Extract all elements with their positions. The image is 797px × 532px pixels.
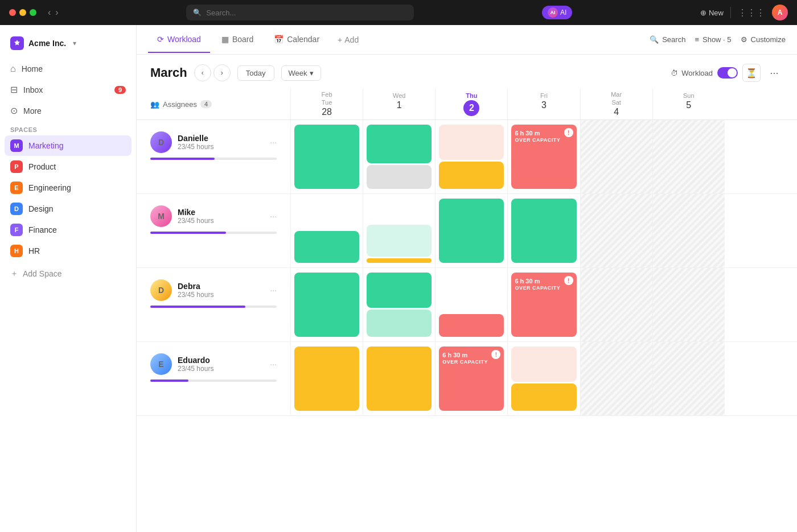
new-button[interactable]: ⊕ New bbox=[700, 9, 724, 17]
danielle-cell-5 bbox=[652, 120, 725, 193]
engineering-dot: E bbox=[10, 182, 23, 194]
hr-dot: H bbox=[10, 245, 23, 257]
tab-calendar[interactable]: 📅 Calendar bbox=[265, 27, 328, 53]
design-dot: D bbox=[10, 203, 23, 215]
workload-toggle[interactable] bbox=[717, 67, 738, 79]
cal-daynum-5: 5 bbox=[653, 100, 725, 110]
danielle-progress-fill bbox=[150, 158, 215, 160]
back-icon[interactable]: ‹ bbox=[48, 7, 51, 18]
danielle-cell-1[interactable] bbox=[363, 120, 435, 193]
person-header-eduardo: E Eduardo 23/45 hours ··· bbox=[150, 353, 277, 375]
assignees-label: Assignees bbox=[163, 100, 197, 109]
mike-progress-fill bbox=[150, 232, 226, 234]
mike-cell-4 bbox=[580, 194, 652, 267]
sidebar-item-inbox-label: Inbox bbox=[23, 85, 43, 94]
more-options-button[interactable]: ··· bbox=[765, 64, 783, 82]
ai-label: AI bbox=[560, 9, 566, 17]
eduardo-cell-0[interactable] bbox=[290, 342, 363, 415]
content-area: ⟳ Workload ▦ Board 📅 Calendar + Add 🔍 Se… bbox=[137, 25, 797, 532]
topbar-right: ⊕ New ⋮⋮⋮ A bbox=[700, 5, 788, 20]
workload-grid: 👥 Assignees 4 Feb Tue 28 Wed bbox=[137, 89, 797, 416]
customize-action[interactable]: ⚙ Customize bbox=[741, 35, 786, 44]
customize-icon: ⚙ bbox=[741, 35, 747, 44]
mike-cell-3[interactable] bbox=[507, 194, 580, 267]
danielle-cell-0[interactable] bbox=[290, 120, 363, 193]
sidebar-item-marketing[interactable]: M Marketing bbox=[5, 135, 132, 156]
close-dot[interactable] bbox=[9, 9, 16, 16]
danielle-hours: 23/45 hours bbox=[178, 143, 264, 151]
cal-col-3: Fri 3 bbox=[507, 89, 580, 119]
debra-menu[interactable]: ··· bbox=[270, 286, 277, 295]
sidebar-item-design[interactable]: D Design bbox=[5, 199, 132, 219]
debra-cell-0[interactable] bbox=[290, 268, 363, 341]
finance-dot: F bbox=[10, 224, 23, 236]
tab-board[interactable]: ▦ Board bbox=[212, 27, 262, 53]
window-controls bbox=[9, 9, 36, 16]
eduardo-cell-2[interactable]: 6 h 30 m OVER CAPACITY ! bbox=[435, 342, 507, 415]
ai-icon: AI bbox=[548, 7, 558, 18]
sidebar-item-inbox[interactable]: ⊟ Inbox 9 bbox=[5, 80, 132, 100]
mike-menu[interactable]: ··· bbox=[270, 212, 277, 221]
next-month-button[interactable]: › bbox=[213, 64, 231, 81]
mike-cell-2[interactable] bbox=[435, 194, 507, 267]
today-button[interactable]: Today bbox=[237, 65, 274, 81]
eduardo-menu[interactable]: ··· bbox=[270, 360, 277, 369]
grid-icon[interactable]: ⋮⋮⋮ bbox=[738, 7, 765, 18]
forward-icon[interactable]: › bbox=[55, 7, 58, 18]
debra-cell-2[interactable] bbox=[435, 268, 507, 341]
global-search-bar[interactable]: 🔍 bbox=[186, 5, 414, 20]
board-icon: ▦ bbox=[221, 35, 229, 44]
cal-daynum-1: 1 bbox=[363, 100, 435, 110]
ai-button[interactable]: AI AI bbox=[542, 6, 572, 19]
eduardo-cell-5 bbox=[652, 342, 725, 415]
mike-cell-1[interactable] bbox=[363, 194, 435, 267]
minimize-dot[interactable] bbox=[19, 9, 26, 16]
assignees-column-header: 👥 Assignees 4 bbox=[137, 89, 290, 119]
eduardo-cell-3[interactable] bbox=[507, 342, 580, 415]
tab-add[interactable]: + Add bbox=[331, 31, 365, 49]
calendar-columns: Feb Tue 28 Wed 1 Thu 2 bbox=[290, 89, 797, 119]
assignees-icon: 👥 bbox=[150, 100, 159, 109]
danielle-details: Danielle 23/45 hours bbox=[178, 134, 264, 151]
search-action[interactable]: 🔍 Search bbox=[650, 35, 685, 44]
danielle-cell-3[interactable]: 6 h 30 m OVER CAPACITY ! bbox=[507, 120, 580, 193]
cal-dayname-2: Thu bbox=[436, 92, 507, 99]
eduardo-cell-1[interactable] bbox=[363, 342, 435, 415]
workspace-selector[interactable]: Acme Inc. ▾ bbox=[5, 32, 132, 55]
sidebar-item-home[interactable]: ⌂ Home bbox=[5, 59, 132, 79]
product-dot: P bbox=[10, 160, 23, 173]
eduardo-progress-fill bbox=[150, 380, 188, 382]
danielle-cell-2[interactable] bbox=[435, 120, 507, 193]
mike-cell-0[interactable] bbox=[290, 194, 363, 267]
eduardo-cells: 6 h 30 m OVER CAPACITY ! bbox=[290, 342, 797, 415]
cal-col-5: Sun 5 bbox=[652, 89, 725, 119]
maximize-dot[interactable] bbox=[30, 9, 36, 16]
sidebar-item-finance[interactable]: F Finance bbox=[5, 220, 132, 240]
cal-daynum-2: 2 bbox=[463, 100, 479, 116]
add-space-button[interactable]: ＋ Add Space bbox=[5, 264, 132, 283]
prev-month-button[interactable]: ‹ bbox=[194, 64, 211, 81]
workspace-name: Acme Inc. bbox=[28, 39, 66, 48]
workload-area: March ‹ › Today Week ▾ ⏱ Workload bbox=[137, 55, 797, 532]
show-label: Show · 5 bbox=[702, 35, 732, 44]
debra-cell-1[interactable] bbox=[363, 268, 435, 341]
global-search-input[interactable] bbox=[206, 9, 407, 17]
user-avatar[interactable]: A bbox=[772, 5, 788, 20]
sidebar-item-engineering[interactable]: E Engineering bbox=[5, 178, 132, 198]
person-row-mike: M Mike 23/45 hours ··· bbox=[137, 194, 797, 268]
sidebar-item-hr[interactable]: H HR bbox=[5, 241, 132, 261]
week-button[interactable]: Week ▾ bbox=[281, 65, 321, 81]
danielle-menu[interactable]: ··· bbox=[270, 138, 277, 147]
show-action[interactable]: ≡ Show · 5 bbox=[695, 35, 731, 44]
plus-icon: ⊕ bbox=[700, 9, 706, 17]
filter-button[interactable]: ⏳ bbox=[742, 64, 761, 82]
sidebar-item-product[interactable]: P Product bbox=[5, 156, 132, 177]
debra-cell-3[interactable]: 6 h 30 m OVER CAPACITY ! bbox=[507, 268, 580, 341]
person-info-danielle: D Danielle 23/45 hours ··· bbox=[137, 120, 290, 193]
sidebar-item-more[interactable]: ⊙ More bbox=[5, 101, 132, 121]
more-icon: ⊙ bbox=[10, 105, 18, 116]
tabbar-right: 🔍 Search ≡ Show · 5 ⚙ Customize bbox=[650, 35, 786, 44]
divider bbox=[730, 7, 731, 18]
mike-cell-5 bbox=[652, 194, 725, 267]
tab-workload[interactable]: ⟳ Workload bbox=[148, 27, 210, 53]
